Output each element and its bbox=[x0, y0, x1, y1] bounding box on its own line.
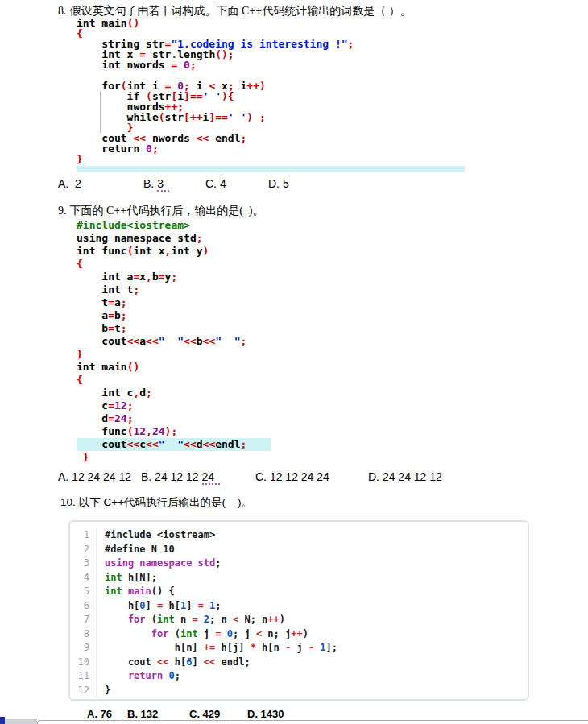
code-token: ) bbox=[203, 245, 209, 257]
question-8-code-block: int main(){ string str="1.codeing is int… bbox=[77, 18, 354, 164]
code-line: } bbox=[77, 451, 271, 464]
code-token: main bbox=[128, 585, 151, 597]
code-line: int main() bbox=[77, 18, 354, 28]
code-token: 12 bbox=[114, 399, 127, 412]
code-token: h[ bbox=[175, 656, 186, 668]
code-token: cout bbox=[77, 438, 127, 450]
code-token: 24 bbox=[114, 412, 127, 424]
code-line: 6 h[0] = h[1] = 1; bbox=[70, 599, 528, 614]
answer-option-a: A. 76 bbox=[87, 708, 127, 720]
code-line: 5int main() { bbox=[70, 585, 528, 599]
question-10-code-block: 1#include <iostream>2#define N 103using … bbox=[70, 528, 528, 697]
code-token: ]== bbox=[209, 111, 227, 123]
code-token: ; j bbox=[233, 628, 256, 639]
code-token: = bbox=[192, 614, 203, 625]
question-10-text: 以下 C++代码执行后输出的是( )。 bbox=[79, 496, 252, 508]
code-token: ' ' bbox=[228, 111, 246, 123]
code-token: #include <iostream> bbox=[105, 529, 215, 540]
code-token: << bbox=[203, 438, 216, 450]
code-token: ; bbox=[215, 600, 221, 611]
code-token: " " bbox=[159, 438, 184, 450]
line-number: 2 bbox=[70, 543, 97, 557]
line-number: 4 bbox=[70, 571, 97, 585]
answer-option-c: C. 4 bbox=[205, 177, 268, 190]
code-token: j bbox=[204, 628, 215, 639]
background-window-top-edge[interactable] bbox=[37, 720, 588, 724]
code-token: a bbox=[139, 335, 146, 347]
code-token: nwords bbox=[152, 132, 197, 144]
code-token: ) bbox=[303, 628, 308, 639]
code-token: } bbox=[77, 348, 83, 360]
code-token: ); bbox=[165, 425, 178, 437]
code-token: c bbox=[139, 438, 146, 450]
code-token: = bbox=[159, 271, 165, 283]
code-token: ; bbox=[215, 557, 221, 569]
code-token: int a bbox=[77, 271, 133, 283]
code-token: ++ bbox=[291, 628, 302, 639]
answer-option-d: D. 5 bbox=[268, 177, 289, 190]
code-token: using namespace std bbox=[105, 557, 215, 569]
code-token: << bbox=[204, 656, 222, 668]
code-line: using namespace std; bbox=[77, 232, 271, 245]
code-token: b bbox=[114, 309, 121, 321]
code-token: } bbox=[77, 153, 83, 165]
code-token: h[N]; bbox=[128, 572, 157, 583]
code-line: 12} bbox=[70, 684, 528, 698]
code-token: h[n bbox=[262, 642, 285, 653]
code-token: return bbox=[105, 670, 168, 681]
code-token: () bbox=[127, 17, 140, 29]
code-token: 0 bbox=[168, 670, 174, 681]
line-number: 10 bbox=[70, 656, 97, 670]
code-token: h[n] bbox=[105, 642, 204, 653]
code-token: ++ bbox=[190, 111, 203, 123]
code-token: ; bbox=[197, 232, 203, 244]
code-token: int x bbox=[133, 245, 164, 257]
question-10-number: 10. bbox=[60, 496, 76, 508]
code-line: int nwords = 0; bbox=[77, 60, 354, 70]
answer-option-c: C. 429 bbox=[189, 708, 247, 720]
code-token: func bbox=[77, 425, 127, 437]
line-number: 12 bbox=[70, 684, 97, 698]
code-line: 9 h[n] += h[j] * h[n - j - 1]; bbox=[70, 641, 528, 656]
code-line: c=12; bbox=[77, 399, 271, 412]
question-8-answer-row: A. 2B. 3C. 4D. 5 bbox=[58, 177, 289, 190]
code-token: * bbox=[251, 642, 262, 653]
code-token: #include<iostream> bbox=[77, 219, 190, 231]
question-9-text: 下面的 C++代码执行后，输出的是( )。 bbox=[70, 205, 264, 217]
code-token: #define N 10 bbox=[105, 544, 175, 555]
code-line: #include<iostream> bbox=[77, 219, 271, 232]
question-8-text: 假设英文句子由若干词构成。下面 C++代码统计输出的词数是（ ）。 bbox=[70, 5, 412, 17]
code-line: return 0; bbox=[77, 143, 354, 154]
code-token: n bbox=[180, 614, 192, 625]
code-line: } bbox=[77, 154, 354, 164]
code-token: 24 bbox=[152, 425, 165, 437]
code-line: 11 return 0; bbox=[70, 669, 528, 684]
code-line: 3using namespace std; bbox=[70, 556, 528, 571]
code-token: h[ bbox=[105, 600, 139, 611]
code-token: ){ bbox=[222, 90, 234, 102]
answer-option-c: C. 12 12 24 24 bbox=[255, 470, 368, 483]
code-token: = bbox=[108, 309, 114, 321]
line-number: 3 bbox=[70, 556, 97, 571]
code-line: 4int h[N]; bbox=[70, 571, 528, 585]
question-9-answer-row: A. 12 24 24 12B. 24 12 12 24C. 12 12 24 … bbox=[58, 470, 442, 483]
code-line: d=24; bbox=[77, 412, 271, 425]
answer-option-b: B. 132 bbox=[127, 708, 189, 720]
code-token: int y bbox=[171, 245, 202, 257]
code-token: endl bbox=[215, 132, 240, 144]
code-token: = bbox=[108, 412, 114, 424]
code-line: { bbox=[77, 258, 271, 271]
code-token: ; n bbox=[209, 614, 233, 625]
code-line: b=t; bbox=[77, 322, 271, 335]
code-token: int bbox=[180, 628, 204, 639]
code-line: 7 for (int n = 2; n < N; n++) bbox=[70, 613, 528, 627]
answer-option-d: D. 1430 bbox=[247, 708, 284, 720]
code-line: 1#include <iostream> bbox=[70, 528, 528, 543]
code-token: ; bbox=[171, 271, 177, 283]
code-token: int t bbox=[77, 283, 133, 296]
line-number: 5 bbox=[70, 585, 97, 599]
code-token: for bbox=[105, 628, 175, 639]
code-token: ; bbox=[152, 143, 159, 155]
code-line: int func(int x,int y) bbox=[77, 245, 271, 258]
answer-option-d: D. 24 24 12 12 bbox=[368, 470, 442, 483]
